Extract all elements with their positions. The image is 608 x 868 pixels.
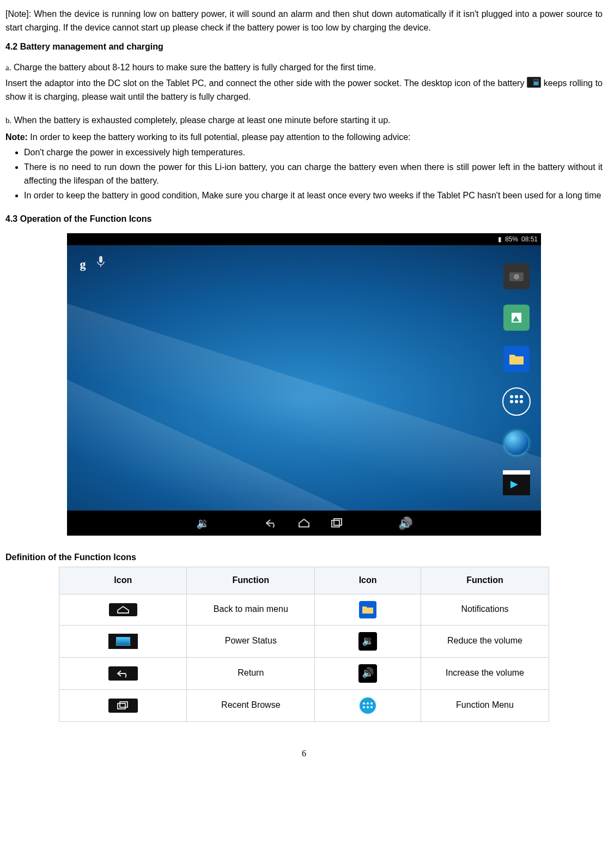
recent-apps-icon[interactable] [330,516,344,530]
power-status-icon [108,634,138,649]
tablet-home-screenshot: ▮ 85% 08:51 g 🔉 [67,233,541,536]
th-function-1: Function [187,567,315,594]
cell-func-return: Return [187,657,315,689]
svg-rect-8 [120,702,127,707]
battery-icon: ▮ [498,234,502,245]
status-bar: ▮ 85% 08:51 [67,233,541,245]
battery-percent: 85% [505,234,518,245]
gallery-app-icon[interactable] [503,305,530,331]
function-icons-table: Icon Function Icon Function Back to main… [59,567,549,722]
navigation-bar: 🔉 🔊 [67,511,541,536]
svg-rect-7 [118,703,125,709]
section-4-3-heading: 4.3 Operation of the Function Icons [5,213,603,226]
cell-icon-recent [59,689,187,721]
camera-app-icon[interactable] [503,263,530,289]
th-icon-2: Icon [315,567,421,594]
volume-up-icon: 🔊 [358,664,377,683]
cell-icon-notifications [315,594,421,625]
volume-up-icon[interactable]: 🔊 [398,516,412,530]
item-b-letter: b. [5,116,11,125]
svg-rect-6 [334,519,342,525]
cell-icon-home [59,594,187,625]
table-row: Power Status 🔉 Reduce the volume [59,625,549,657]
home-icon [109,603,137,616]
back-icon[interactable] [264,516,278,530]
cell-func-voldown: Reduce the volume [421,625,549,657]
svg-rect-5 [332,520,339,527]
cell-func-power: Power Status [187,625,315,657]
advice-item-2: There is no need to run down the power f… [24,161,603,188]
cell-func-recent: Recent Browse [187,689,315,721]
advice-item-3: In order to keep the battery in good con… [24,189,603,203]
note-intro-text: In order to keep the battery working to … [28,132,411,142]
recent-browse-icon [108,699,138,713]
cell-func-notifications: Notifications [421,594,549,625]
svg-point-2 [514,274,519,280]
google-search-icon[interactable]: g [77,255,89,267]
file-manager-icon[interactable] [503,346,530,372]
all-apps-icon[interactable] [502,387,531,416]
th-icon-1: Icon [59,567,187,594]
video-app-icon[interactable] [503,470,530,495]
function-menu-icon [358,696,377,715]
app-dock [501,263,531,495]
th-function-2: Function [421,567,549,594]
advice-list: Don't charge the power in excessively hi… [5,146,603,202]
cell-func-volup: Increase the volume [421,657,549,689]
volume-down-icon: 🔉 [358,632,377,651]
item-b-text: When the battery is exhausted completely… [14,116,391,125]
table-row: Return 🔊 Increase the volume [59,657,549,689]
return-icon [108,666,138,681]
cell-icon-volup: 🔊 [315,657,421,689]
cell-icon-power [59,625,187,657]
insert-adaptor-paragraph: Insert the adaptor into the DC slot on t… [5,77,603,104]
volume-down-icon[interactable]: 🔉 [196,516,210,530]
cell-icon-return [59,657,187,689]
voice-search-icon[interactable] [95,255,106,268]
folder-icon [359,601,376,618]
table-row: Back to main menu Notifications [59,594,549,625]
note-paragraph: [Note]: When the device is running low o… [5,8,603,35]
definition-heading: Definition of the Function Icons [5,551,603,564]
home-icon[interactable] [297,516,311,530]
item-a: a. Charge the battery about 8-12 hours t… [5,61,603,75]
cell-func-home: Back to main menu [187,594,315,625]
insert-text-part1: Insert the adaptor into the DC slot on t… [5,78,527,88]
note-intro: Note: In order to keep the battery worki… [5,131,603,144]
note-label: Note: [5,132,28,142]
item-b: b. When the battery is exhausted complet… [5,114,603,128]
section-4-2-heading: 4.2 Battery management and charging [5,40,603,54]
item-a-letter: a. [5,63,11,72]
clock: 08:51 [521,234,538,245]
cell-func-menu: Function Menu [421,689,549,721]
advice-item-1: Don't charge the power in excessively hi… [24,146,603,160]
browser-icon[interactable] [504,431,528,455]
table-header-row: Icon Function Icon Function [59,567,549,594]
table-row: Recent Browse Function Menu [59,689,549,721]
page-number: 6 [5,747,603,761]
item-a-text: Charge the battery about 8-12 hours to m… [14,63,376,72]
battery-charging-icon [527,77,541,88]
cell-icon-menu [315,689,421,721]
svg-rect-0 [99,256,102,263]
cell-icon-voldown: 🔉 [315,625,421,657]
